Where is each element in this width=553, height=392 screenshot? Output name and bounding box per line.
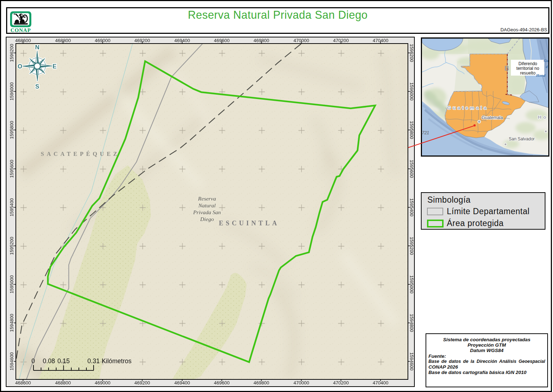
svg-text:0: 0: [31, 357, 35, 365]
svg-text:Guatemala: Guatemala: [447, 105, 488, 111]
svg-text:SACATEPÉQUEZ: SACATEPÉQUEZ: [41, 150, 120, 157]
svg-text:Hond: Hond: [536, 73, 545, 77]
svg-text:N: N: [35, 44, 40, 50]
svg-text:resuelto: resuelto: [520, 71, 536, 76]
svg-text:0.31: 0.31: [87, 357, 100, 365]
svg-text:O: O: [18, 63, 22, 69]
svg-text:Privada San: Privada San: [193, 209, 221, 215]
svg-text:Kilómetros: Kilómetros: [102, 357, 132, 365]
svg-text:CONAP: CONAP: [10, 27, 31, 33]
svg-text:Guatemala: Guatemala: [482, 115, 503, 120]
svg-text:Diferendo: Diferendo: [518, 61, 537, 66]
svg-text:B: B: [504, 65, 509, 72]
svg-text:S: S: [35, 83, 39, 90]
svg-text:territorial no: territorial no: [516, 66, 539, 71]
svg-text:Diego: Diego: [200, 216, 214, 222]
svg-text:Natural: Natural: [198, 202, 216, 208]
svg-text:San Salvador: San Salvador: [509, 136, 535, 141]
svg-text:Reserva: Reserva: [198, 195, 216, 202]
svg-text:ESCUINTLA: ESCUINTLA: [219, 220, 279, 227]
svg-text:Ho: Ho: [538, 114, 548, 120]
svg-text:721: 721: [422, 130, 429, 135]
svg-text:0.15: 0.15: [58, 357, 70, 365]
svg-text:0.08: 0.08: [43, 357, 55, 365]
svg-text:E: E: [53, 63, 57, 69]
svg-text:Gu: Gu: [544, 58, 548, 63]
